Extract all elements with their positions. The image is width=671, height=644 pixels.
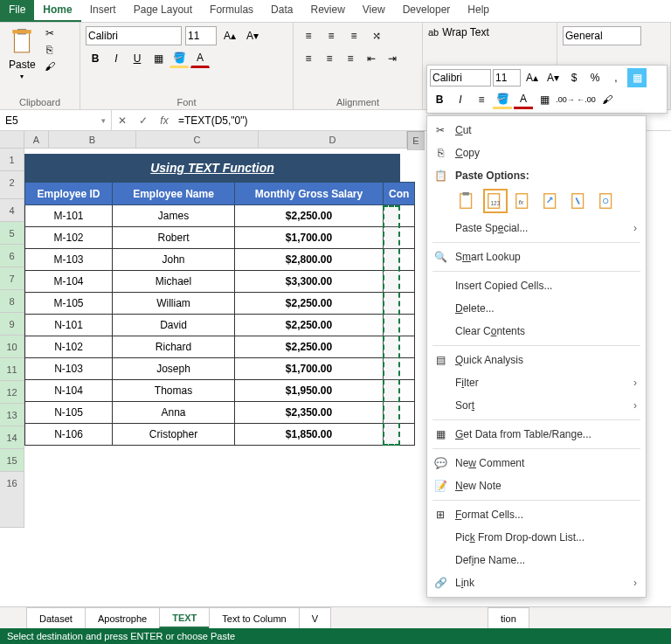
ctx-pick-list[interactable]: Pick From Drop-down List... (427, 526, 646, 549)
sheet-tab-text[interactable]: TEXT (159, 607, 210, 628)
row-4[interactable]: 4 (0, 199, 24, 222)
ctx-get-data[interactable]: ▦Get Data from Table/Range... (427, 423, 646, 446)
mini-italic[interactable]: I (451, 90, 470, 109)
cell-name[interactable]: Joseph (113, 358, 235, 380)
ctx-clear-contents[interactable]: Clear Contents (427, 320, 646, 343)
decrease-font-icon[interactable]: A▾ (243, 26, 262, 45)
row-13[interactable]: 13 (0, 404, 24, 426)
sheet-tab-apostrophe[interactable]: Apostrophe (85, 607, 160, 628)
mini-increase-font-icon[interactable]: A▴ (522, 68, 542, 87)
ctx-link[interactable]: 🔗Link› (427, 571, 646, 594)
mini-font-color-icon[interactable]: A (514, 90, 533, 109)
align-bottom-icon[interactable]: ≡ (344, 26, 363, 45)
tab-review[interactable]: Review (301, 0, 353, 22)
font-color-button[interactable]: A (190, 49, 210, 68)
ctx-filter[interactable]: Filter› (427, 371, 646, 394)
cell-name[interactable]: Michael (113, 271, 235, 293)
ctx-cut[interactable]: ✂Cut (427, 119, 646, 142)
cell-id[interactable]: N-104 (25, 380, 113, 402)
col-E[interactable]: E (407, 131, 425, 150)
cancel-icon[interactable]: ✕ (112, 114, 133, 127)
row-2[interactable]: 2 (0, 171, 24, 199)
sheet-tab-text-to-column[interactable]: Text to Column (209, 607, 299, 628)
cell-name[interactable]: Anna (113, 402, 235, 424)
cell-salary[interactable]: $1,700.00 (235, 358, 384, 380)
wrap-text-label[interactable]: Wrap Text (442, 26, 489, 38)
cell-salary[interactable]: $3,300.00 (235, 271, 384, 293)
table-row[interactable]: M-105William$2,250.00 (25, 293, 415, 315)
col-C[interactable]: C (136, 131, 259, 149)
tab-data[interactable]: Data (262, 0, 301, 22)
tab-view[interactable]: View (354, 0, 394, 22)
table-row[interactable]: M-103John$2,800.00 (25, 249, 415, 271)
mini-increase-decimal-icon[interactable]: .00→ (556, 90, 575, 109)
row-16[interactable]: 16 (0, 472, 24, 528)
wrap-text-icon[interactable]: ab (428, 27, 439, 38)
align-right-icon[interactable]: ≡ (341, 49, 360, 68)
enter-icon[interactable]: ✓ (133, 114, 154, 127)
cell-id[interactable]: N-106 (25, 424, 113, 446)
table-row[interactable]: N-101David$2,250.00 (25, 315, 415, 336)
fx-icon[interactable]: fx (154, 114, 175, 127)
cell-salary[interactable]: $2,800.00 (235, 249, 384, 271)
ctx-paste-special[interactable]: Paste Special...› (427, 217, 646, 239)
tab-help[interactable]: Help (459, 0, 498, 22)
row-1[interactable]: 1 (0, 149, 24, 171)
row-5[interactable]: 5 (0, 222, 24, 245)
row-9[interactable]: 9 (0, 313, 24, 336)
cell-name[interactable]: David (113, 315, 235, 336)
mini-format-painter-icon[interactable]: 🖌 (598, 90, 617, 109)
table-row[interactable]: M-102Robert$1,700.00 (25, 227, 415, 249)
mini-decrease-decimal-icon[interactable]: ←.00 (577, 90, 596, 109)
paste-button[interactable]: Paste ▾ (5, 26, 39, 82)
mini-bold[interactable]: B (430, 90, 449, 109)
table-row[interactable]: N-103Joseph$1,700.00 (25, 358, 415, 380)
mini-font-size[interactable] (493, 69, 521, 87)
copy-icon[interactable]: ⎘ (43, 43, 57, 57)
cell-name[interactable]: Cristopher (113, 424, 235, 446)
mini-fill-icon[interactable]: 🪣 (493, 90, 512, 109)
borders-button[interactable]: ▦ (149, 49, 168, 68)
mini-accounting-icon[interactable]: $ (564, 68, 584, 87)
cell-name[interactable]: John (113, 249, 235, 271)
row-6[interactable]: 6 (0, 245, 24, 267)
tab-page-layout[interactable]: Page Layout (125, 0, 201, 22)
ctx-sort[interactable]: Sort› (427, 394, 646, 417)
align-center-icon[interactable]: ≡ (320, 49, 339, 68)
cell-id[interactable]: M-102 (25, 227, 113, 249)
table-row[interactable]: N-102Richard$2,250.00 (25, 336, 415, 358)
cell-id[interactable]: M-104 (25, 271, 113, 293)
cell-id[interactable]: N-105 (25, 402, 113, 424)
col-A[interactable]: A (24, 131, 49, 149)
cell-salary[interactable]: $2,250.00 (235, 315, 384, 336)
decrease-indent-icon[interactable]: ⇤ (362, 49, 381, 68)
paste-formatting-icon[interactable] (567, 189, 591, 213)
ctx-new-note[interactable]: 📝New Note (427, 474, 646, 497)
cell-name[interactable]: Robert (113, 227, 235, 249)
increase-font-icon[interactable]: A▴ (220, 26, 239, 45)
row-11[interactable]: 11 (0, 358, 24, 381)
align-middle-icon[interactable]: ≡ (322, 26, 341, 45)
cell-name[interactable]: William (113, 293, 235, 315)
mini-percent-icon[interactable]: % (585, 68, 605, 87)
name-box[interactable]: E5 ▾ (0, 110, 112, 130)
font-size-select[interactable] (185, 26, 217, 45)
chevron-down-icon[interactable]: ▾ (101, 116, 106, 125)
table-row[interactable]: N-105Anna$2,350.00 (25, 402, 415, 424)
cell-salary[interactable]: $2,350.00 (235, 402, 384, 424)
paste-link-icon[interactable] (595, 189, 619, 213)
sheet-tab-tion[interactable]: tion (488, 607, 529, 628)
cell-id[interactable]: N-101 (25, 315, 113, 336)
ctx-define-name[interactable]: Define Name... (427, 549, 646, 571)
font-name-select[interactable] (86, 26, 182, 45)
fill-color-button[interactable]: 🪣 (169, 49, 189, 68)
cell-salary[interactable]: $2,250.00 (235, 336, 384, 358)
cell-salary[interactable]: $1,850.00 (235, 424, 384, 446)
tab-developer[interactable]: Developer (394, 0, 460, 22)
underline-button[interactable]: U (128, 49, 147, 68)
table-row[interactable]: M-101James$2,250.00 (25, 205, 415, 227)
cell-salary[interactable]: $1,700.00 (235, 227, 384, 249)
cell-salary[interactable]: $2,250.00 (235, 205, 384, 227)
ctx-smart-lookup[interactable]: 🔍Smart Lookup (427, 246, 646, 268)
sheet-tab-dataset[interactable]: Dataset (26, 607, 86, 628)
